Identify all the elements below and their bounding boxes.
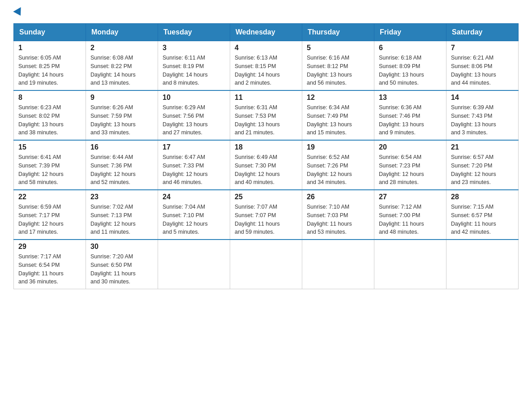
day-number: 20: [379, 143, 442, 151]
weekday-header-friday: Friday: [374, 24, 446, 41]
calendar-day-cell: 30Sunrise: 7:20 AMSunset: 6:50 PMDayligh…: [86, 240, 158, 289]
day-info: Sunrise: 6:44 AMSunset: 7:36 PMDaylight:…: [90, 153, 153, 187]
day-info: Sunrise: 6:18 AMSunset: 8:09 PMDaylight:…: [379, 54, 442, 87]
day-number: 3: [163, 44, 225, 52]
calendar-empty-cell: [446, 240, 519, 289]
calendar-day-cell: 8Sunrise: 6:23 AMSunset: 8:02 PMDaylight…: [14, 90, 86, 140]
calendar-day-cell: 9Sunrise: 6:26 AMSunset: 7:59 PMDaylight…: [86, 90, 158, 140]
day-info: Sunrise: 6:13 AMSunset: 8:15 PMDaylight:…: [235, 54, 297, 87]
day-info: Sunrise: 6:26 AMSunset: 7:59 PMDaylight:…: [90, 103, 153, 137]
day-number: 29: [18, 243, 81, 251]
weekday-header-sunday: Sunday: [14, 24, 86, 41]
calendar-week-row: 15Sunrise: 6:41 AMSunset: 7:39 PMDayligh…: [14, 140, 519, 190]
calendar-day-cell: 16Sunrise: 6:44 AMSunset: 7:36 PMDayligh…: [86, 140, 158, 190]
day-number: 18: [235, 143, 297, 151]
day-info: Sunrise: 6:11 AMSunset: 8:19 PMDaylight:…: [163, 54, 225, 87]
calendar-day-cell: 1Sunrise: 6:05 AMSunset: 8:25 PMDaylight…: [14, 41, 86, 91]
calendar-day-cell: 29Sunrise: 7:17 AMSunset: 6:54 PMDayligh…: [14, 240, 86, 289]
weekday-header-wednesday: Wednesday: [230, 24, 302, 41]
day-info: Sunrise: 7:20 AMSunset: 6:50 PMDaylight:…: [90, 253, 153, 286]
calendar-week-row: 22Sunrise: 6:59 AMSunset: 7:17 PMDayligh…: [14, 190, 519, 240]
day-info: Sunrise: 6:08 AMSunset: 8:22 PMDaylight:…: [90, 54, 153, 87]
day-number: 24: [163, 193, 225, 201]
day-info: Sunrise: 6:49 AMSunset: 7:30 PMDaylight:…: [235, 153, 297, 187]
calendar-day-cell: 2Sunrise: 6:08 AMSunset: 8:22 PMDaylight…: [86, 41, 158, 91]
day-number: 7: [451, 44, 514, 52]
day-number: 5: [307, 44, 369, 52]
day-info: Sunrise: 7:07 AMSunset: 7:07 PMDaylight:…: [235, 203, 297, 236]
calendar-table: SundayMondayTuesdayWednesdayThursdayFrid…: [13, 23, 519, 289]
calendar-day-cell: 15Sunrise: 6:41 AMSunset: 7:39 PMDayligh…: [14, 140, 86, 190]
day-info: Sunrise: 6:52 AMSunset: 7:26 PMDaylight:…: [307, 153, 369, 187]
weekday-header-monday: Monday: [86, 24, 158, 41]
day-number: 25: [235, 193, 297, 201]
calendar-day-cell: 26Sunrise: 7:10 AMSunset: 7:03 PMDayligh…: [302, 190, 374, 240]
calendar-empty-cell: [302, 240, 374, 289]
calendar-day-cell: 22Sunrise: 6:59 AMSunset: 7:17 PMDayligh…: [14, 190, 86, 240]
calendar-day-cell: 18Sunrise: 6:49 AMSunset: 7:30 PMDayligh…: [230, 140, 302, 190]
day-number: 21: [451, 143, 514, 151]
calendar-day-cell: 7Sunrise: 6:21 AMSunset: 8:06 PMDaylight…: [446, 41, 519, 91]
calendar-day-cell: 11Sunrise: 6:31 AMSunset: 7:53 PMDayligh…: [230, 90, 302, 140]
calendar-day-cell: 10Sunrise: 6:29 AMSunset: 7:56 PMDayligh…: [158, 90, 230, 140]
weekday-header-row: SundayMondayTuesdayWednesdayThursdayFrid…: [14, 24, 519, 41]
day-number: 16: [90, 143, 153, 151]
day-info: Sunrise: 6:29 AMSunset: 7:56 PMDaylight:…: [163, 103, 225, 137]
day-info: Sunrise: 6:23 AMSunset: 8:02 PMDaylight:…: [18, 103, 81, 137]
day-info: Sunrise: 7:10 AMSunset: 7:03 PMDaylight:…: [307, 203, 369, 236]
calendar-day-cell: 4Sunrise: 6:13 AMSunset: 8:15 PMDaylight…: [230, 41, 302, 91]
day-number: 23: [90, 193, 153, 201]
calendar-empty-cell: [374, 240, 446, 289]
calendar-week-row: 8Sunrise: 6:23 AMSunset: 8:02 PMDaylight…: [14, 90, 519, 140]
logo: [13, 9, 23, 14]
day-number: 12: [307, 94, 369, 102]
day-number: 30: [90, 243, 153, 251]
day-number: 13: [379, 94, 442, 102]
weekday-header-thursday: Thursday: [302, 24, 374, 41]
day-info: Sunrise: 6:31 AMSunset: 7:53 PMDaylight:…: [235, 103, 297, 137]
calendar-day-cell: 12Sunrise: 6:34 AMSunset: 7:49 PMDayligh…: [302, 90, 374, 140]
day-info: Sunrise: 7:02 AMSunset: 7:13 PMDaylight:…: [90, 203, 153, 236]
day-number: 2: [90, 44, 153, 52]
day-number: 6: [379, 44, 442, 52]
day-info: Sunrise: 6:54 AMSunset: 7:23 PMDaylight:…: [379, 153, 442, 187]
day-info: Sunrise: 6:59 AMSunset: 7:17 PMDaylight:…: [18, 203, 81, 236]
day-info: Sunrise: 6:34 AMSunset: 7:49 PMDaylight:…: [307, 103, 369, 137]
calendar-week-row: 1Sunrise: 6:05 AMSunset: 8:25 PMDaylight…: [14, 41, 519, 91]
day-number: 28: [451, 193, 514, 201]
calendar-day-cell: 23Sunrise: 7:02 AMSunset: 7:13 PMDayligh…: [86, 190, 158, 240]
calendar-day-cell: 5Sunrise: 6:16 AMSunset: 8:12 PMDaylight…: [302, 41, 374, 91]
day-number: 11: [235, 94, 297, 102]
day-info: Sunrise: 6:47 AMSunset: 7:33 PMDaylight:…: [163, 153, 225, 187]
day-number: 27: [379, 193, 442, 201]
day-info: Sunrise: 7:15 AMSunset: 6:57 PMDaylight:…: [451, 203, 514, 236]
day-number: 1: [18, 44, 81, 52]
day-number: 10: [163, 94, 225, 102]
day-info: Sunrise: 6:39 AMSunset: 7:43 PMDaylight:…: [451, 103, 514, 137]
day-number: 17: [163, 143, 225, 151]
day-number: 14: [451, 94, 514, 102]
calendar-day-cell: 17Sunrise: 6:47 AMSunset: 7:33 PMDayligh…: [158, 140, 230, 190]
calendar-day-cell: 20Sunrise: 6:54 AMSunset: 7:23 PMDayligh…: [374, 140, 446, 190]
day-info: Sunrise: 6:16 AMSunset: 8:12 PMDaylight:…: [307, 54, 369, 87]
day-number: 8: [18, 94, 81, 102]
calendar-day-cell: 25Sunrise: 7:07 AMSunset: 7:07 PMDayligh…: [230, 190, 302, 240]
day-info: Sunrise: 6:41 AMSunset: 7:39 PMDaylight:…: [18, 153, 81, 187]
calendar-day-cell: 13Sunrise: 6:36 AMSunset: 7:46 PMDayligh…: [374, 90, 446, 140]
day-info: Sunrise: 6:05 AMSunset: 8:25 PMDaylight:…: [18, 54, 81, 87]
day-number: 19: [307, 143, 369, 151]
calendar-week-row: 29Sunrise: 7:17 AMSunset: 6:54 PMDayligh…: [14, 240, 519, 289]
day-info: Sunrise: 7:12 AMSunset: 7:00 PMDaylight:…: [379, 203, 442, 236]
logo-triangle-icon: [13, 7, 24, 18]
calendar-empty-cell: [158, 240, 230, 289]
day-number: 26: [307, 193, 369, 201]
calendar-day-cell: 6Sunrise: 6:18 AMSunset: 8:09 PMDaylight…: [374, 41, 446, 91]
day-number: 9: [90, 94, 153, 102]
calendar-day-cell: 28Sunrise: 7:15 AMSunset: 6:57 PMDayligh…: [446, 190, 519, 240]
weekday-header-tuesday: Tuesday: [158, 24, 230, 41]
day-info: Sunrise: 6:36 AMSunset: 7:46 PMDaylight:…: [379, 103, 442, 137]
calendar-day-cell: 21Sunrise: 6:57 AMSunset: 7:20 PMDayligh…: [446, 140, 519, 190]
day-info: Sunrise: 7:17 AMSunset: 6:54 PMDaylight:…: [18, 253, 81, 286]
day-info: Sunrise: 6:21 AMSunset: 8:06 PMDaylight:…: [451, 54, 514, 87]
calendar-day-cell: 14Sunrise: 6:39 AMSunset: 7:43 PMDayligh…: [446, 90, 519, 140]
